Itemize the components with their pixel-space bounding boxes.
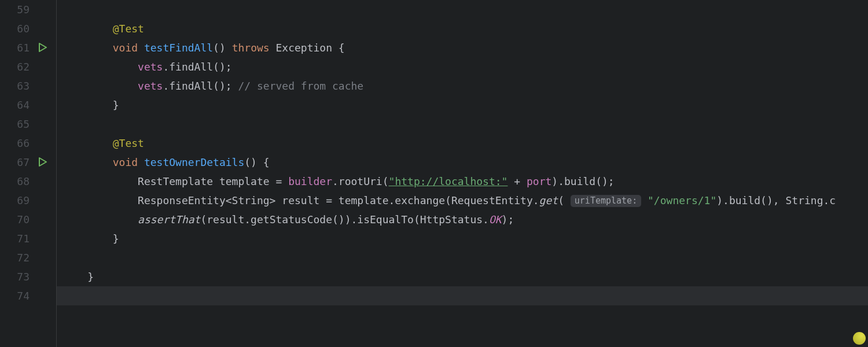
code-token: + <box>507 175 527 187</box>
line-number[interactable]: 69 <box>17 191 30 210</box>
code-token: Exception { <box>275 42 344 54</box>
code-token: @Test <box>113 137 144 149</box>
code-token: } <box>87 271 94 283</box>
code-token: testOwnerDetails <box>144 156 244 168</box>
code-token: vets <box>138 61 163 73</box>
gutter-row: 71 <box>0 229 56 248</box>
code-token: (result.getStatusCode()).isEqualTo(HttpS… <box>200 213 489 226</box>
code-line[interactable]: } <box>57 267 868 286</box>
code-line[interactable]: void testOwnerDetails() { <box>57 153 868 172</box>
gutter-row: 73 <box>0 267 56 286</box>
code-line[interactable]: vets.findAll(); <box>57 57 868 76</box>
code-token: } <box>113 232 119 245</box>
code-token: "/owners/1" <box>648 194 716 206</box>
gutter-row: 64 <box>0 95 56 115</box>
gutter-row: 60 <box>0 19 56 38</box>
code-line[interactable]: @Test <box>57 19 868 38</box>
line-number[interactable]: 68 <box>17 172 30 191</box>
code-token: void <box>113 156 144 168</box>
code-token: .rootUri( <box>332 175 389 187</box>
code-line[interactable]: RestTemplate template = builder.rootUri(… <box>57 172 868 191</box>
code-line[interactable] <box>57 115 868 134</box>
gutter-row: 74 <box>0 286 56 305</box>
code-token: builder <box>288 175 332 187</box>
code-line[interactable] <box>57 286 868 305</box>
analysis-indicator-icon[interactable] <box>853 332 866 345</box>
code-token: "http://localhost:" <box>389 175 508 187</box>
code-token: ).build(); <box>551 175 614 187</box>
line-number[interactable]: 62 <box>17 57 30 76</box>
code-token: get <box>539 194 558 206</box>
gutter-row: 72 <box>0 248 56 267</box>
code-token: .findAll(); <box>163 80 238 92</box>
gutter-row: 70 <box>0 210 56 229</box>
line-number[interactable]: 66 <box>17 134 30 153</box>
gutter-row: 59 <box>0 0 56 19</box>
code-line[interactable]: } <box>57 95 868 115</box>
line-number[interactable]: 64 <box>17 95 30 115</box>
code-line[interactable] <box>57 0 868 19</box>
code-line[interactable]: ResponseEntity<String> result = template… <box>57 191 868 210</box>
code-line[interactable] <box>57 248 868 267</box>
gutter-row: 66 <box>0 134 56 153</box>
code-token: OK <box>489 213 502 226</box>
gutter-row: 63 <box>0 76 56 95</box>
parameter-hint: uriTemplate: <box>571 195 641 207</box>
line-number[interactable]: 72 <box>17 248 30 267</box>
line-number[interactable]: 67 <box>17 153 30 172</box>
line-number[interactable]: 61 <box>17 38 30 57</box>
code-token: testFindAll <box>144 42 213 54</box>
gutter-row: 67 <box>0 153 56 172</box>
code-token: vets <box>138 80 163 92</box>
gutter-row: 68 <box>0 172 56 191</box>
code-token: // served from cache <box>238 80 363 92</box>
line-number[interactable]: 74 <box>17 286 30 305</box>
line-number[interactable]: 73 <box>17 267 30 286</box>
line-number[interactable]: 71 <box>17 229 30 248</box>
gutter-row: 61 <box>0 38 56 57</box>
line-number[interactable]: 70 <box>17 210 30 229</box>
code-token: () <box>213 42 232 54</box>
gutter: 59606162636465666768697071727374 <box>0 0 57 347</box>
gutter-row: 62 <box>0 57 56 76</box>
code-token: void <box>113 42 144 54</box>
code-line[interactable]: void testFindAll() throws Exception { <box>57 38 868 57</box>
code-editor: 59606162636465666768697071727374 @Test v… <box>0 0 868 347</box>
code-line[interactable]: @Test <box>57 134 868 153</box>
line-number[interactable]: 65 <box>17 115 30 134</box>
code-token <box>641 194 648 206</box>
code-token: .findAll(); <box>163 61 231 73</box>
code-token: port <box>527 175 551 187</box>
code-token: () { <box>244 156 269 168</box>
run-test-icon[interactable] <box>39 43 48 52</box>
code-token: assertThat <box>138 213 200 226</box>
code-token: throws <box>232 42 276 54</box>
code-token: RestTemplate template = <box>138 175 288 187</box>
code-token: ResponseEntity<String> result = template… <box>138 194 539 206</box>
code-line[interactable]: vets.findAll(); // served from cache <box>57 76 868 95</box>
code-token: @Test <box>113 23 144 35</box>
code-token: ( <box>558 194 571 206</box>
code-area[interactable]: @Test void testFindAll() throws Exceptio… <box>57 0 868 347</box>
line-number[interactable]: 60 <box>17 19 30 38</box>
code-line[interactable]: assertThat(result.getStatusCode()).isEqu… <box>57 210 868 229</box>
line-number[interactable]: 63 <box>17 76 30 95</box>
run-test-icon[interactable] <box>39 157 48 167</box>
line-number[interactable]: 59 <box>17 0 30 19</box>
code-token: ).build(), String.c <box>716 194 836 206</box>
gutter-row: 69 <box>0 191 56 210</box>
gutter-row: 65 <box>0 115 56 134</box>
code-token: } <box>113 99 119 111</box>
code-line[interactable]: } <box>57 229 868 248</box>
code-token: ); <box>502 213 514 226</box>
